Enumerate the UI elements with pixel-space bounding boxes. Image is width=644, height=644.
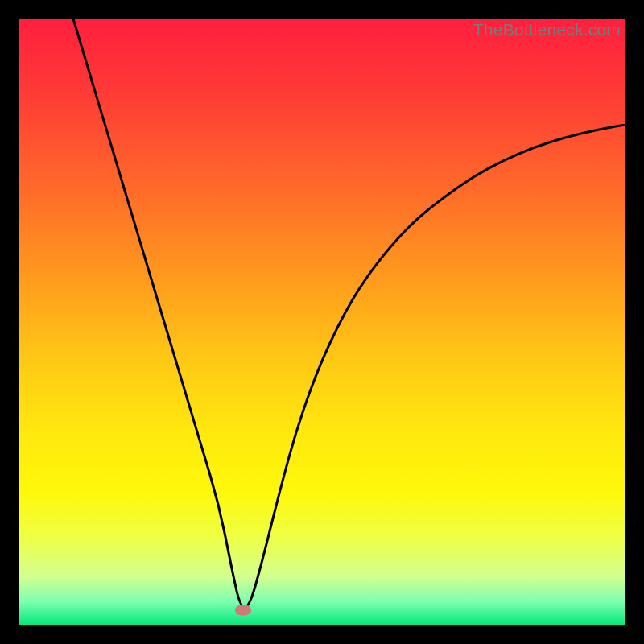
optimum-marker (235, 605, 251, 616)
curve-path (73, 19, 625, 607)
plot-area: TheBottleneck.com (19, 19, 625, 625)
bottleneck-curve (19, 19, 625, 625)
chart-frame: TheBottleneck.com (0, 0, 644, 644)
